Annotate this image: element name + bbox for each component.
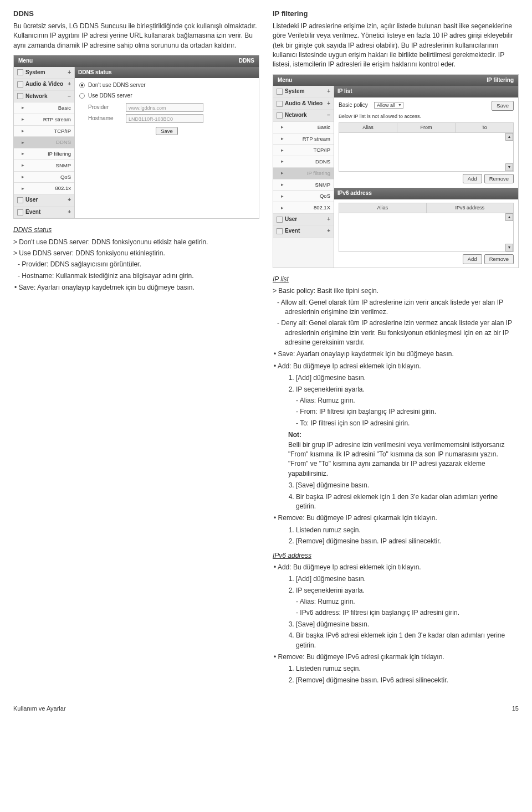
ipv6-step-1: [Add] düğmesine basın. (296, 574, 519, 584)
settings-sidebar: System+ Audio & Video+ Network− ▸Basic ▸… (14, 67, 75, 219)
ip-table-body[interactable]: ▴ ▾ (339, 133, 514, 172)
radio-dont-use-ddns[interactable]: Don't use DDNS server (79, 81, 254, 90)
scroll-down-icon[interactable]: ▾ (505, 244, 513, 251)
remove-step-2: [Remove] düğmesine basın. IP adresi sili… (296, 537, 519, 546)
user-icon (17, 197, 23, 203)
save-button[interactable]: Save (492, 101, 514, 111)
li-provider: Provider: DDNS sağlayıcısını görüntüler. (25, 260, 259, 269)
ddns-status-title: DDNS status (75, 67, 259, 79)
step-3: [Save] düğmesine basın. (296, 481, 519, 490)
sidebar-item-snmp[interactable]: ▸SNMP (273, 179, 334, 191)
remove-step-1: Listeden rumuz seçin. (296, 526, 519, 535)
note-label: Not: (273, 430, 519, 440)
sidebar-item-ipfiltering[interactable]: ▸IP filtering (14, 148, 74, 160)
ddns-heading: DDNS (13, 9, 259, 19)
sidebar-item-system[interactable]: System+ (273, 86, 334, 98)
page-number: 15 (512, 705, 519, 713)
provider-input[interactable]: www.lgddns.com (126, 103, 203, 112)
sidebar-item-user[interactable]: User+ (14, 194, 74, 207)
sidebar-item-audio[interactable]: Audio & Video+ (273, 98, 334, 110)
ipv6-subhead: IPv6 address (273, 551, 519, 561)
sidebar-item-8021x[interactable]: ▸802.1x (14, 183, 74, 194)
li-allow-all: Allow all: Genel olarak tüm IP adresleri… (285, 298, 519, 317)
ipv6-step-4: Bir başka IPv6 adresi eklemek için 1 den… (296, 631, 519, 650)
ipfilter-intro: Listedeki IP adreslerine erişime izin, a… (273, 22, 519, 70)
add-button[interactable]: Add (463, 254, 482, 264)
step-1: [Add] düğmesine basın. (296, 373, 519, 383)
iplist-subhead: IP list (273, 275, 519, 284)
step-2-alias: Alias: Rumuz girin. (304, 396, 519, 405)
li-hostname: Hostname: Kullanmak istediğiniz ana bilg… (25, 271, 259, 281)
sidebar-item-network[interactable]: Network− (273, 110, 334, 122)
sidebar-item-qos[interactable]: ▸QoS (14, 172, 74, 183)
basic-policy-label: Basic policy (339, 102, 368, 108)
radio-use-ddns[interactable]: Use DDNS server (79, 92, 254, 100)
ip-table-header: Alias From To (339, 122, 514, 133)
sidebar-item-tcpip[interactable]: ▸TCP/IP (14, 126, 74, 137)
ipv6-table-body[interactable]: ▴ ▾ (339, 213, 514, 252)
radio-icon (79, 83, 85, 88)
scroll-up-icon[interactable]: ▴ (505, 133, 513, 141)
sidebar-item-network[interactable]: Network− (14, 91, 74, 103)
sidebar-item-basic[interactable]: ▸Basic (14, 102, 74, 114)
settings-sidebar: System+ Audio & Video+ Network− ▸Basic ▸… (273, 86, 334, 267)
step-2-to: To: IP filtresi için son IP adresini gir… (304, 419, 519, 428)
sidebar-item-system[interactable]: System+ (14, 67, 74, 79)
ipv6-title: IPv6 address (334, 188, 518, 199)
step-4: Bir başka IP adresi eklemek için 1 den 3… (296, 492, 519, 512)
remove-button[interactable]: Remove (484, 174, 514, 184)
panel-menu-label: Menu (18, 57, 33, 65)
sidebar-item-qos[interactable]: ▸QoS (273, 191, 334, 202)
hostname-input[interactable]: LND3110R-103BC0 (126, 114, 203, 123)
li-remove-ipv6: Remove: Bu düğmeye IPv6 adresi çıkarmak … (280, 652, 519, 662)
li-remove: Remove: Bu düğmeye IP adresi çıkarmak iç… (280, 513, 519, 523)
sidebar-item-basic[interactable]: ▸Basic (273, 122, 334, 133)
basic-policy-select[interactable]: Allow all (374, 102, 403, 109)
ipv6-step-2-alias: Alias: Rumuz girin. (304, 597, 519, 607)
save-button[interactable]: Save (156, 127, 178, 135)
ddns-intro: Bu ücretsiz servis, LG DDNS Suncusu ile … (13, 22, 259, 50)
li-deny-all: Deny all: Genel olarak tüm IP adreslerin… (285, 318, 519, 347)
ipv6-remove-step-1: Listeden rumuz seçin. (296, 664, 519, 674)
audio-icon (17, 81, 23, 88)
panel-section-tag: IP filtering (487, 76, 514, 85)
sidebar-item-snmp[interactable]: ▸SNMP (14, 160, 74, 172)
panel-section-tag: DDNS (239, 57, 254, 65)
note-body: Belli bir grup IP adresine izin verilmes… (273, 440, 519, 479)
sidebar-item-audio[interactable]: Audio & Video+ (14, 79, 74, 91)
sidebar-item-rtp[interactable]: ▸RTP stream (14, 114, 74, 126)
expand-icon[interactable]: + (68, 80, 71, 89)
sidebar-item-8021x[interactable]: ▸802.1X (273, 202, 334, 214)
li-add-ipv6: Add: Bu düğmeye Ip adresi eklemek için t… (280, 563, 519, 572)
li-basic-policy: Basic policy: Basit ilke tipini seçin. (280, 286, 519, 296)
ddns-panel: Menu DDNS System+ Audio & Video+ Network… (13, 55, 259, 219)
add-button[interactable]: Add (463, 174, 482, 184)
sidebar-item-ddns[interactable]: ▸DDNS (14, 137, 74, 148)
ipv6-step-2-addr: IPv6 address: IP filtresi için başlangıç… (304, 608, 519, 618)
hostname-label: Hostname (88, 115, 121, 123)
sidebar-item-event[interactable]: Event+ (14, 207, 74, 219)
radio-icon (79, 93, 85, 99)
sidebar-item-tcpip[interactable]: ▸TCP/IP (273, 145, 334, 156)
collapse-icon[interactable]: − (68, 92, 71, 101)
ipfilter-heading: IP filtering (273, 9, 519, 19)
remove-button[interactable]: Remove (484, 254, 514, 264)
sidebar-item-ipfiltering[interactable]: ▸IP filtering (273, 168, 334, 179)
ipv6-table-header: Alias IPv6 address (339, 203, 514, 213)
li-add: Add: Bu düğmeye Ip adresi eklemek için t… (280, 362, 519, 371)
ipv6-remove-step-2: [Remove] düğmesine basın. IPv6 adresi si… (296, 676, 519, 685)
scroll-down-icon[interactable]: ▾ (505, 163, 513, 171)
chevron-icon: ▸ (22, 104, 24, 111)
sidebar-item-event[interactable]: Event+ (273, 225, 334, 238)
below-ip-text: Below IP list is not allowed to access. (339, 113, 514, 120)
li-save: Save: Ayarları onaylayıp kaydetmek için … (280, 350, 519, 359)
sidebar-item-ddns[interactable]: ▸DDNS (273, 156, 334, 168)
ipv6-step-3: [Save] düğmesine basın. (296, 620, 519, 629)
expand-icon[interactable]: + (68, 69, 71, 77)
sidebar-item-user[interactable]: User+ (273, 214, 334, 226)
li-use: Use DDNS server: DDNS fonksiyonu etkinle… (21, 249, 259, 258)
li-dont-use: Don't use DDNS server: DDNS fonksiyonunu… (21, 238, 259, 247)
footer-section: Kullanım ve Ayarlar (13, 705, 66, 713)
sidebar-item-rtp[interactable]: ▸RTP stream (273, 133, 334, 145)
scroll-up-icon[interactable]: ▴ (505, 213, 513, 221)
